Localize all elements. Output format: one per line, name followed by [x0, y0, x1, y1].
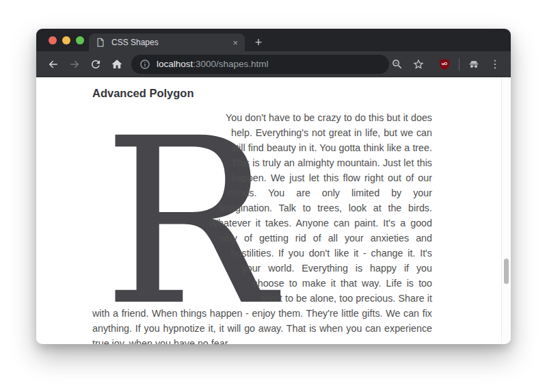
home-icon[interactable] — [109, 56, 125, 73]
reload-icon[interactable] — [88, 56, 104, 73]
tab-close-icon[interactable]: × — [232, 38, 238, 47]
page-content: Advanced Polygon RYou don't have to be c… — [36, 77, 511, 343]
url-host: localhost — [157, 59, 193, 69]
svg-text:uO: uO — [442, 62, 448, 66]
minimize-window-button[interactable] — [62, 36, 70, 44]
window-controls — [49, 36, 84, 44]
tab-strip: CSS Shapes × + — [36, 29, 511, 51]
document-icon — [96, 38, 105, 47]
scrollbar-thumb[interactable] — [504, 259, 509, 284]
url-path: :3000/shapes.html — [193, 59, 268, 69]
toolbar-right-icons: uO ⋮ — [389, 56, 503, 73]
url-text: localhost:3000/shapes.html — [157, 59, 269, 69]
scrollbar-track[interactable] — [501, 77, 511, 343]
new-tab-button[interactable]: + — [250, 34, 267, 51]
maximize-window-button[interactable] — [76, 36, 84, 44]
info-icon[interactable] — [139, 59, 150, 70]
toolbar-divider — [459, 58, 459, 70]
zoom-out-icon[interactable] — [389, 56, 405, 73]
menu-kebab-icon[interactable]: ⋮ — [487, 56, 503, 73]
incognito-icon[interactable] — [466, 56, 482, 73]
forward-arrow-icon[interactable] — [66, 56, 83, 73]
paragraph: RYou don't have to be crazy to do this b… — [92, 110, 432, 344]
browser-window: CSS Shapes × + — [36, 29, 511, 344]
back-arrow-icon[interactable] — [45, 56, 62, 73]
browser-toolbar: localhost:3000/shapes.html uO — [36, 51, 511, 77]
adblock-shield-icon[interactable]: uO — [436, 56, 453, 73]
star-icon[interactable] — [410, 56, 427, 73]
address-bar[interactable]: localhost:3000/shapes.html — [131, 55, 389, 74]
tab-title: CSS Shapes — [111, 38, 232, 47]
tab-css-shapes[interactable]: CSS Shapes × — [89, 34, 245, 51]
close-window-button[interactable] — [49, 36, 57, 44]
page-inner: Advanced Polygon RYou don't have to be c… — [36, 77, 432, 344]
